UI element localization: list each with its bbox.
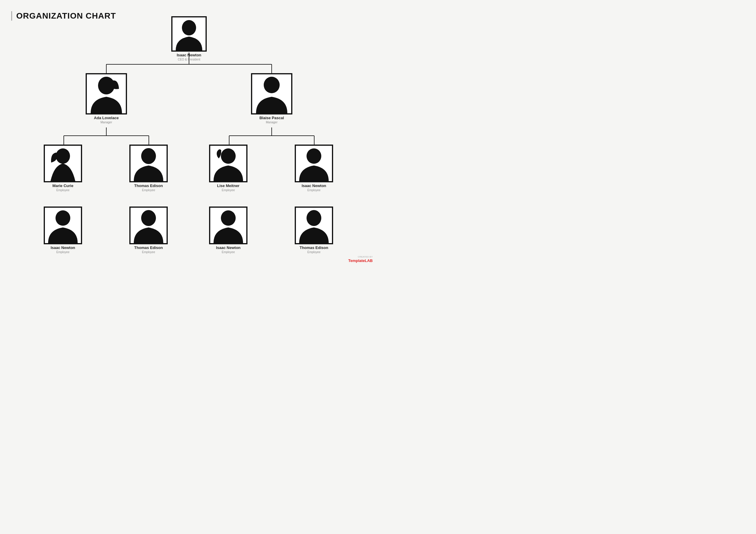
photo-ceo bbox=[171, 16, 207, 52]
photo-isaac1 bbox=[295, 144, 333, 182]
name-isaac1: Isaac Newton bbox=[302, 184, 326, 188]
brand-lab: LAB bbox=[365, 258, 373, 263]
person-ceo: Isaac Newton CEO & President bbox=[171, 16, 207, 61]
title-blaise: Manager bbox=[266, 121, 277, 124]
brand-name: TemplateLAB bbox=[348, 258, 373, 263]
svg-point-18 bbox=[307, 148, 321, 164]
person-thomas1: Thomas Edison Employee bbox=[129, 144, 168, 192]
name-thomas2: Thomas Edison bbox=[134, 245, 163, 250]
person-isaac3: Isaac Newton Employee bbox=[209, 207, 248, 254]
name-thomas3: Thomas Edison bbox=[300, 245, 328, 250]
svg-point-21 bbox=[221, 210, 236, 226]
brand-template: Template bbox=[348, 258, 365, 263]
name-thomas1: Thomas Edison bbox=[134, 184, 163, 188]
photo-isaac3 bbox=[209, 207, 248, 244]
photo-thomas3 bbox=[295, 207, 333, 244]
title-marie: Employee bbox=[56, 189, 69, 192]
person-isaac1: Isaac Newton Employee bbox=[295, 144, 333, 192]
photo-blaise bbox=[251, 73, 292, 114]
photo-thomas1 bbox=[129, 144, 168, 182]
person-marie: Marie Curie Employee bbox=[44, 144, 82, 192]
name-ada: Ada Lovelace bbox=[94, 116, 119, 120]
page-title: ORGANIZATION CHART bbox=[11, 11, 116, 21]
brand-watermark: CREATED BY TemplateLAB bbox=[348, 256, 373, 264]
svg-point-15 bbox=[56, 148, 70, 164]
title-thomas2: Employee bbox=[142, 250, 155, 254]
person-lise: Lise Meitner Employee bbox=[209, 144, 248, 192]
svg-point-22 bbox=[307, 210, 321, 226]
person-isaac2: Isaac Newton Employee bbox=[44, 207, 82, 254]
title-ceo: CEO & President bbox=[178, 58, 200, 61]
svg-point-17 bbox=[221, 148, 236, 164]
title-thomas1: Employee bbox=[142, 189, 155, 192]
title-lise: Employee bbox=[222, 189, 235, 192]
name-blaise: Blaise Pascal bbox=[259, 116, 284, 120]
svg-point-16 bbox=[141, 148, 156, 164]
svg-point-19 bbox=[56, 210, 70, 226]
title-isaac3: Employee bbox=[222, 250, 235, 254]
title-thomas3: Employee bbox=[308, 250, 320, 254]
title-isaac2: Employee bbox=[56, 250, 69, 254]
title-ada: Manager bbox=[100, 121, 112, 124]
person-blaise: Blaise Pascal Manager bbox=[251, 73, 292, 124]
svg-point-20 bbox=[141, 210, 156, 226]
person-thomas2: Thomas Edison Employee bbox=[129, 207, 168, 254]
name-ceo: Isaac Newton bbox=[176, 53, 201, 58]
person-thomas3: Thomas Edison Employee bbox=[295, 207, 333, 254]
photo-lise bbox=[209, 144, 248, 182]
name-isaac2: Isaac Newton bbox=[50, 245, 75, 250]
photo-isaac2 bbox=[44, 207, 82, 244]
name-isaac3: Isaac Newton bbox=[216, 245, 240, 250]
photo-ada bbox=[86, 73, 127, 114]
title-isaac1: Employee bbox=[308, 189, 320, 192]
photo-thomas2 bbox=[129, 207, 168, 244]
svg-point-12 bbox=[182, 20, 196, 36]
photo-marie bbox=[44, 144, 82, 182]
svg-point-14 bbox=[264, 77, 280, 93]
brand-created-text: CREATED BY bbox=[348, 256, 373, 258]
name-marie: Marie Curie bbox=[53, 184, 73, 188]
person-ada: Ada Lovelace Manager bbox=[86, 73, 127, 124]
name-lise: Lise Meitner bbox=[217, 184, 239, 188]
